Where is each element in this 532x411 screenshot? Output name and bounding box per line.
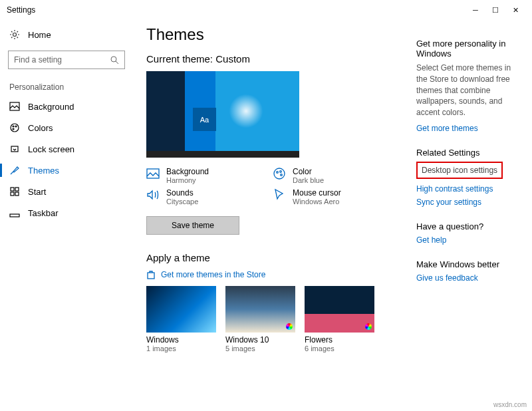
prop-label: Color xyxy=(293,167,324,176)
home-button[interactable]: Home xyxy=(0,25,133,44)
prop-background[interactable]: BackgroundHarmony xyxy=(146,167,253,184)
better-heading: Make Windows better xyxy=(416,259,524,269)
prop-label: Mouse cursor xyxy=(293,188,341,198)
theme-name: Windows 10 xyxy=(225,335,295,344)
search-placeholder: Find a setting xyxy=(14,55,110,65)
svg-point-0 xyxy=(13,33,17,37)
svg-rect-12 xyxy=(10,214,19,217)
sidebar-item-lockscreen[interactable]: Lock screen xyxy=(0,138,133,160)
theme-count: 6 images xyxy=(305,344,374,352)
window-title: Settings xyxy=(7,5,466,15)
related-settings-heading: Related Settings xyxy=(416,148,524,158)
question-heading: Have a question? xyxy=(416,221,524,231)
svg-rect-8 xyxy=(11,188,14,191)
theme-count: 5 images xyxy=(225,344,295,352)
prop-value: Harmony xyxy=(166,176,209,184)
prop-label: Sounds xyxy=(166,188,198,198)
desktop-icon-settings-link[interactable]: Desktop icon settings xyxy=(416,162,503,179)
lock-icon xyxy=(9,144,20,154)
store-link-label: Get more themes in the Store xyxy=(161,270,265,279)
high-contrast-link[interactable]: High contrast settings xyxy=(416,184,524,194)
picture-icon xyxy=(146,167,160,180)
prop-cursor[interactable]: Mouse cursorWindows Aero xyxy=(273,188,379,206)
sidebar-item-themes[interactable]: Themes xyxy=(0,160,133,181)
home-label: Home xyxy=(28,30,51,40)
theme-card-windows[interactable]: Windows 1 images xyxy=(146,286,216,352)
theme-card-flowers[interactable]: Flowers 6 images xyxy=(305,286,374,352)
prop-value: Dark blue xyxy=(293,176,324,184)
sidebar-item-background[interactable]: Background xyxy=(0,96,133,117)
sidebar: Home Find a setting Personalization Back… xyxy=(0,20,133,411)
palette-icon xyxy=(9,122,20,133)
theme-preview[interactable]: Aa xyxy=(146,71,299,158)
sound-icon xyxy=(146,188,160,202)
close-button[interactable]: ✕ xyxy=(505,0,525,20)
personality-heading: Get more personality in Windows xyxy=(416,39,524,59)
sidebar-item-label: Background xyxy=(28,102,74,112)
search-icon xyxy=(110,55,119,65)
sidebar-item-label: Themes xyxy=(28,166,59,176)
maximize-button[interactable]: ☐ xyxy=(485,0,505,20)
theme-card-windows10[interactable]: Windows 10 5 images xyxy=(225,286,295,352)
svg-point-5 xyxy=(15,126,17,127)
prop-color[interactable]: ColorDark blue xyxy=(273,167,379,184)
sidebar-item-colors[interactable]: Colors xyxy=(0,117,133,138)
store-icon xyxy=(146,270,156,279)
svg-point-14 xyxy=(274,168,285,179)
grid-icon xyxy=(9,186,20,197)
get-help-link[interactable]: Get help xyxy=(416,235,524,245)
theme-thumb xyxy=(225,286,295,333)
current-theme-label: Current theme: Custom xyxy=(146,53,399,65)
svg-point-1 xyxy=(111,57,116,62)
personality-text: Select Get more themes in the Store to d… xyxy=(416,63,524,118)
brush-icon xyxy=(9,165,20,176)
sidebar-item-label: Taskbar xyxy=(28,208,59,218)
svg-rect-13 xyxy=(147,169,159,178)
page-title: Themes xyxy=(146,25,399,44)
svg-point-4 xyxy=(13,126,14,127)
svg-rect-9 xyxy=(15,188,19,191)
minimize-button[interactable]: ─ xyxy=(466,0,485,20)
gear-icon xyxy=(9,29,20,40)
svg-rect-18 xyxy=(148,273,154,279)
store-link[interactable]: Get more themes in the Store xyxy=(146,270,399,279)
prop-value: Cityscape xyxy=(166,198,198,206)
svg-rect-2 xyxy=(10,102,19,110)
sync-settings-link[interactable]: Sync your settings xyxy=(416,198,524,207)
feedback-link[interactable]: Give us feedback xyxy=(416,273,524,283)
sidebar-item-label: Colors xyxy=(28,123,53,133)
svg-rect-11 xyxy=(15,192,19,196)
svg-point-6 xyxy=(13,128,14,130)
theme-name: Flowers xyxy=(305,335,374,344)
sidebar-item-start[interactable]: Start xyxy=(0,181,133,202)
theme-thumb xyxy=(305,286,374,333)
sidebar-item-label: Lock screen xyxy=(28,144,74,154)
watermark: wsxdn.com xyxy=(493,401,527,408)
theme-count: 1 images xyxy=(146,344,216,352)
sidebar-item-label: Start xyxy=(28,187,46,197)
cursor-icon xyxy=(273,188,286,202)
prop-value: Windows Aero xyxy=(293,198,341,206)
prop-label: Background xyxy=(166,167,209,176)
search-input[interactable]: Find a setting xyxy=(8,51,125,69)
sidebar-item-taskbar[interactable]: Taskbar xyxy=(0,202,133,223)
theme-name: Windows xyxy=(146,335,216,344)
preview-tile: Aa xyxy=(193,108,216,131)
svg-point-16 xyxy=(280,171,282,173)
prop-sounds[interactable]: SoundsCityscape xyxy=(146,188,253,206)
palette-icon xyxy=(273,167,286,180)
picture-icon xyxy=(9,101,20,112)
svg-rect-10 xyxy=(11,192,14,196)
theme-thumb xyxy=(146,286,216,333)
svg-point-15 xyxy=(277,172,279,174)
get-more-themes-link[interactable]: Get more themes xyxy=(416,124,524,133)
apply-theme-heading: Apply a theme xyxy=(146,252,399,263)
right-column: Get more personality in Windows Select G… xyxy=(412,20,532,411)
taskbar-icon xyxy=(9,207,20,218)
svg-point-3 xyxy=(11,124,19,132)
save-theme-button[interactable]: Save theme xyxy=(146,216,239,235)
svg-point-17 xyxy=(281,174,283,176)
main-content: Themes Current theme: Custom Aa Backgrou… xyxy=(133,20,412,411)
section-label: Personalization xyxy=(0,78,133,96)
